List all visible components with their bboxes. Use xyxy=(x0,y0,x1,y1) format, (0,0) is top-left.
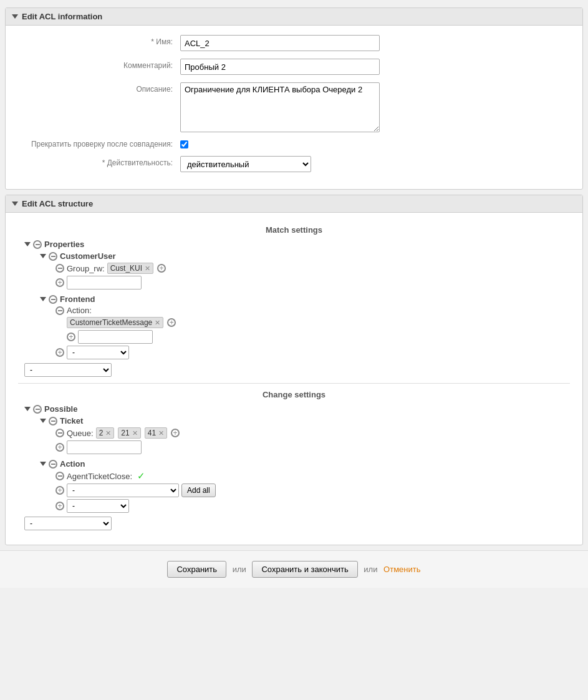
action-header: Action xyxy=(40,459,570,469)
queue-minus[interactable] xyxy=(55,429,64,437)
frontend-minus[interactable] xyxy=(49,295,57,304)
or-label-1: или xyxy=(233,565,246,574)
comment-row: Комментарий: xyxy=(18,59,570,75)
possible-children: Ticket Queue: 2 ✕ xyxy=(40,416,570,513)
description-row: Описание: Ограничение для КЛИЕНТА выбора… xyxy=(18,82,570,132)
validity-label: * Действительность: xyxy=(18,156,180,167)
agent-ticket-close-row: AgentTicketClose: ✓ xyxy=(55,470,570,482)
description-textarea[interactable]: Ограничение для КЛИЕНТА выбора Очереди 2 xyxy=(180,82,380,132)
name-label: * Имя: xyxy=(18,35,180,46)
action-input-row: + xyxy=(67,330,570,344)
cust-kui-remove[interactable]: ✕ xyxy=(145,265,150,273)
possible-minus[interactable] xyxy=(33,405,42,414)
cust-kui-tag: Cust_KUI ✕ xyxy=(107,263,153,274)
customer-user-minus[interactable] xyxy=(49,252,57,261)
properties-type-select-row: - xyxy=(24,363,570,377)
ticket-label: Ticket xyxy=(60,416,83,425)
cancel-button[interactable]: Отменить xyxy=(383,565,420,574)
action-node-label: Action xyxy=(60,459,85,469)
frontend-type-select[interactable]: - xyxy=(67,346,129,359)
ticket-header: Ticket xyxy=(40,416,570,425)
action-input-add[interactable]: + xyxy=(67,333,75,341)
action-add[interactable]: + xyxy=(167,318,176,327)
name-input[interactable] xyxy=(180,35,380,51)
customer-ticket-row: CustomerTicketMessage ✕ + xyxy=(67,317,570,328)
agent-ticket-close-label: AgentTicketClose: xyxy=(67,472,132,481)
properties-minus[interactable] xyxy=(33,240,42,249)
group-rw-input-add[interactable]: + xyxy=(55,278,64,287)
edit-acl-structure-title: Edit ACL structure xyxy=(22,199,93,208)
properties-children: CustomerUser Group_rw: Cust_KUI ✕ xyxy=(40,251,570,359)
possible-collapse-icon[interactable] xyxy=(24,407,31,411)
frontend-select-row: + - xyxy=(55,346,570,359)
agent-ticket-close-minus[interactable] xyxy=(55,472,64,480)
action-input[interactable] xyxy=(78,330,153,344)
properties-collapse-icon[interactable] xyxy=(24,242,31,246)
save-button[interactable]: Сохранить xyxy=(167,561,226,578)
cust-kui-tag-text: Cust_KUI xyxy=(110,264,142,273)
edit-acl-info-header[interactable]: Edit ACL information xyxy=(6,8,582,26)
customer-user-header: CustomerUser xyxy=(40,251,570,261)
action-type-select[interactable]: - xyxy=(67,499,129,513)
action-node: Action AgentTicketClose: ✓ + xyxy=(40,459,570,513)
match-tree: Properties CustomerUser xyxy=(18,240,570,377)
queue-add[interactable]: + xyxy=(171,429,180,437)
edit-acl-info-body: * Имя: Комментарий: Описание: Ограничени… xyxy=(6,26,582,189)
queue-tag-41-remove[interactable]: ✕ xyxy=(158,429,164,437)
ticket-minus[interactable] xyxy=(49,417,57,425)
action-minus[interactable] xyxy=(55,306,64,315)
customer-user-collapse-icon[interactable] xyxy=(40,254,46,258)
save-and-finish-button[interactable]: Сохранить и закончить xyxy=(252,561,357,578)
action-type-row: + - xyxy=(55,499,570,513)
comment-input[interactable] xyxy=(180,59,380,75)
properties-header: Properties xyxy=(24,240,570,249)
action-label: Action: xyxy=(67,306,92,315)
group-rw-input[interactable] xyxy=(67,276,142,289)
queue-tag-21-remove[interactable]: ✕ xyxy=(132,429,138,437)
validity-select[interactable]: действительный недействительный xyxy=(180,156,311,172)
queue-tag-2-remove[interactable]: ✕ xyxy=(105,429,111,437)
add-all-button[interactable]: Add all xyxy=(181,484,216,497)
change-tree: Possible Ticket xyxy=(18,404,570,530)
action-node-minus[interactable] xyxy=(49,460,57,469)
action-row: Action: xyxy=(55,306,570,315)
section-divider xyxy=(18,383,570,384)
ticket-collapse-icon[interactable] xyxy=(40,419,46,423)
action-collapse-icon[interactable] xyxy=(40,462,46,466)
frontend-select-add[interactable]: + xyxy=(55,348,64,357)
frontend-label: Frontend xyxy=(60,294,95,304)
possible-header: Possible xyxy=(24,404,570,414)
page-wrapper: Edit ACL information * Имя: Комментарий:… xyxy=(0,0,588,700)
queue-input-add[interactable]: + xyxy=(55,443,64,452)
change-settings-title: Change settings xyxy=(18,390,570,399)
frontend-collapse-icon[interactable] xyxy=(40,297,46,301)
action-type-add[interactable]: + xyxy=(55,502,64,510)
queue-input[interactable] xyxy=(67,440,142,454)
change-type-select[interactable]: - xyxy=(24,517,112,530)
ticket-node: Ticket Queue: 2 ✕ xyxy=(40,416,570,454)
action-children: AgentTicketClose: ✓ + - Add all xyxy=(55,470,570,513)
collapse-info-icon[interactable] xyxy=(12,14,18,19)
action-value-select[interactable]: - xyxy=(67,484,179,497)
validity-row: * Действительность: действительный недей… xyxy=(18,156,570,172)
properties-label: Properties xyxy=(44,240,84,249)
ticket-children: Queue: 2 ✕ 21 ✕ xyxy=(55,427,570,454)
action-value-add[interactable]: + xyxy=(55,486,64,495)
customer-ticket-tag-text: CustomerTicketMessage xyxy=(70,318,152,327)
frontend-header: Frontend xyxy=(40,294,570,304)
possible-node: Possible Ticket xyxy=(24,404,570,513)
group-rw-label: Group_rw: xyxy=(67,264,105,273)
customer-ticket-remove[interactable]: ✕ xyxy=(155,319,160,327)
properties-type-select[interactable]: - xyxy=(24,363,112,377)
action-add-row: + - Add all xyxy=(55,484,570,497)
collapse-structure-icon[interactable] xyxy=(12,202,18,206)
group-rw-row: Group_rw: Cust_KUI ✕ + xyxy=(55,263,570,274)
edit-acl-structure-section: Edit ACL structure Match settings Proper… xyxy=(5,195,583,545)
edit-acl-info-title: Edit ACL information xyxy=(22,12,102,21)
customer-user-children: Group_rw: Cust_KUI ✕ + + xyxy=(55,263,570,289)
edit-acl-structure-header[interactable]: Edit ACL structure xyxy=(6,195,582,213)
group-rw-minus[interactable] xyxy=(55,264,64,273)
group-rw-add[interactable]: + xyxy=(157,264,166,273)
stop-check-checkbox[interactable] xyxy=(180,140,188,148)
queue-tag-41: 41 ✕ xyxy=(145,427,167,439)
